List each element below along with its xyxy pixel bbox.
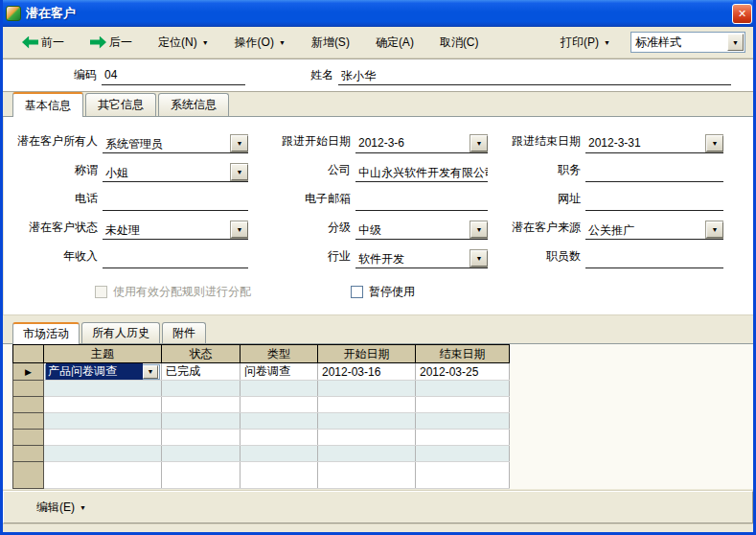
- edit-menu-button[interactable]: 编辑(E) ▼: [31, 496, 92, 520]
- tab-other-info[interactable]: 其它信息: [85, 93, 156, 116]
- grid-cell[interactable]: [241, 381, 318, 397]
- follow-end-date-field[interactable]: 2012-3-31 ▼: [585, 134, 723, 153]
- locate-label: 定位(N): [158, 35, 197, 51]
- table-row: [13, 446, 510, 462]
- industry-field[interactable]: 软件开发 ▼: [355, 249, 488, 268]
- locate-menu-button[interactable]: 定位(N) ▼: [152, 31, 215, 55]
- table-row: [13, 413, 510, 430]
- chevron-down-icon[interactable]: ▼: [706, 221, 723, 238]
- row-indicator-cell[interactable]: ▶: [13, 363, 44, 381]
- grid-cell[interactable]: [318, 430, 416, 446]
- grid-cell[interactable]: [416, 397, 510, 413]
- status-field[interactable]: 未处理 ▼: [103, 221, 248, 240]
- cancel-button[interactable]: 取消(C): [434, 31, 485, 55]
- chevron-down-icon[interactable]: ▼: [143, 365, 158, 379]
- grid-cell-status[interactable]: 已完成: [162, 363, 241, 381]
- chevron-down-icon[interactable]: ▼: [231, 135, 248, 151]
- record-header: 编码 04 姓名 张小华: [3, 58, 753, 92]
- income-field[interactable]: [103, 249, 248, 268]
- row-indicator-cell[interactable]: [13, 446, 44, 462]
- grid-cell[interactable]: [416, 462, 510, 489]
- grid-cell[interactable]: [416, 381, 510, 397]
- email-field[interactable]: [355, 192, 488, 211]
- grid-header-type[interactable]: 类型: [241, 345, 318, 363]
- chevron-down-icon[interactable]: ▼: [706, 135, 723, 151]
- grid-cell-start[interactable]: 2012-03-16: [318, 363, 416, 381]
- follow-start-date-field[interactable]: 2012-3-6 ▼: [355, 134, 488, 153]
- next-button[interactable]: 后一: [84, 31, 138, 55]
- chevron-down-icon[interactable]: ▼: [470, 221, 488, 238]
- grid-cell[interactable]: [44, 397, 162, 413]
- phone-field[interactable]: [103, 192, 248, 211]
- grid-cell[interactable]: [44, 413, 162, 430]
- operate-menu-button[interactable]: 操作(O) ▼: [229, 31, 291, 55]
- pause-checkbox[interactable]: [351, 286, 363, 298]
- grid-cell[interactable]: [44, 381, 162, 397]
- chevron-down-icon[interactable]: ▼: [727, 34, 744, 51]
- tab-market-activity[interactable]: 市场活动: [12, 322, 80, 344]
- row-indicator-cell[interactable]: [13, 462, 44, 489]
- chevron-down-icon[interactable]: ▼: [470, 135, 488, 151]
- row-indicator-cell[interactable]: [13, 397, 44, 413]
- salutation-field[interactable]: 小姐 ▼: [103, 163, 248, 182]
- grid-cell[interactable]: [162, 462, 241, 489]
- grid-cell[interactable]: [318, 397, 416, 413]
- print-style-combobox[interactable]: 标准样式 ▼: [630, 32, 745, 53]
- row-indicator-cell[interactable]: [13, 430, 44, 446]
- chevron-down-icon[interactable]: ▼: [231, 164, 248, 180]
- row-indicator-cell[interactable]: [13, 381, 44, 397]
- grid-header-status[interactable]: 状态: [162, 345, 241, 363]
- row-indicator-cell[interactable]: [13, 413, 44, 430]
- grid-cell[interactable]: [162, 430, 241, 446]
- grid-cell[interactable]: [241, 397, 318, 413]
- print-menu-button[interactable]: 打印(P) ▼: [555, 31, 616, 55]
- prev-button[interactable]: 前一: [16, 31, 70, 55]
- grid-cell[interactable]: [416, 413, 510, 430]
- grid-header-end[interactable]: 结束日期: [416, 345, 510, 363]
- table-row: [13, 397, 510, 413]
- tab-owner-history[interactable]: 所有人历史: [81, 322, 160, 343]
- chevron-down-icon[interactable]: ▼: [470, 250, 488, 267]
- grid-cell[interactable]: [241, 446, 318, 462]
- grid-cell[interactable]: [241, 430, 318, 446]
- grade-field[interactable]: 中级 ▼: [355, 221, 488, 240]
- source-field[interactable]: 公关推广 ▼: [585, 221, 723, 240]
- chevron-down-icon[interactable]: ▼: [231, 221, 248, 238]
- grid-cell[interactable]: [318, 381, 416, 397]
- grid-cell-end[interactable]: 2012-03-25: [416, 363, 510, 381]
- tab-basic-info[interactable]: 基本信息: [12, 92, 83, 117]
- grid-cell-subject[interactable]: 产品问卷调查 ▼: [44, 363, 162, 381]
- grid-cell[interactable]: [44, 446, 162, 462]
- position-field[interactable]: [585, 163, 723, 182]
- grid-cell[interactable]: [318, 413, 416, 430]
- tab-system-info[interactable]: 系统信息: [158, 93, 229, 116]
- grid-cell[interactable]: [44, 462, 162, 489]
- grid-cell[interactable]: [44, 430, 162, 446]
- code-field[interactable]: 04: [102, 66, 245, 85]
- grid-header-start[interactable]: 开始日期: [318, 345, 416, 363]
- grid-cell-type[interactable]: 问卷调查: [241, 363, 318, 381]
- grid-cell[interactable]: [162, 397, 241, 413]
- grid-cell[interactable]: [241, 462, 318, 489]
- subject-combobox[interactable]: 产品问卷调查 ▼: [45, 364, 160, 380]
- grid-cell[interactable]: [416, 430, 510, 446]
- tab-attachment[interactable]: 附件: [162, 322, 206, 343]
- staff-count-field[interactable]: [585, 249, 723, 268]
- website-label: 网址: [488, 191, 585, 211]
- titlebar[interactable]: 潜在客户 ✕: [0, 0, 756, 27]
- company-field[interactable]: 中山永兴软件开发有限公司: [355, 163, 488, 182]
- grid-header-subject[interactable]: 主题: [44, 345, 162, 363]
- website-field[interactable]: [585, 192, 723, 211]
- grid-cell[interactable]: [318, 462, 416, 489]
- grid-cell[interactable]: [162, 413, 241, 430]
- owner-field[interactable]: 系统管理员 ▼: [103, 134, 248, 153]
- grid-cell[interactable]: [162, 446, 241, 462]
- grid-cell[interactable]: [318, 446, 416, 462]
- add-button[interactable]: 新增(S): [306, 31, 355, 55]
- grid-cell[interactable]: [416, 446, 510, 462]
- name-field[interactable]: 张小华: [338, 66, 731, 85]
- close-button[interactable]: ✕: [732, 4, 752, 24]
- confirm-button[interactable]: 确定(A): [370, 31, 420, 55]
- grid-cell[interactable]: [241, 413, 318, 430]
- grid-cell[interactable]: [162, 381, 241, 397]
